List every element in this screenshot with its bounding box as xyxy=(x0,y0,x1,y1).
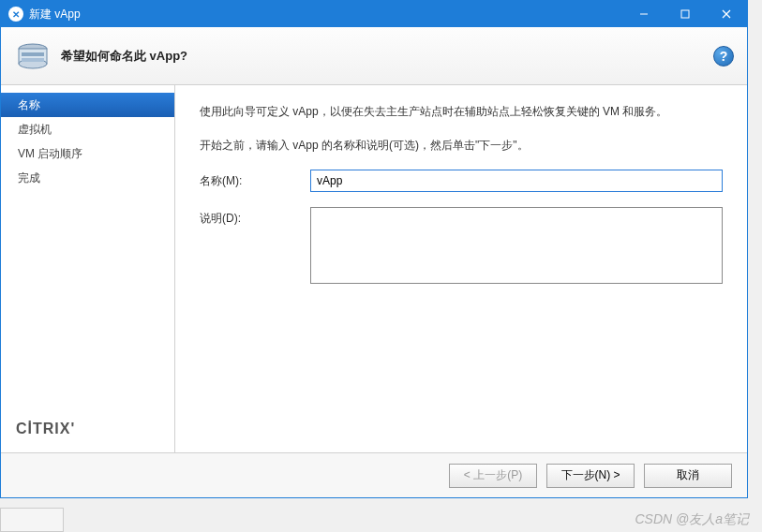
main-panel: 使用此向导可定义 vApp，以便在失去主生产站点时在辅助站点上轻松恢复关键的 V… xyxy=(175,85,747,452)
svg-rect-1 xyxy=(681,10,689,18)
previous-button: < 上一步(P) xyxy=(449,464,537,488)
background-window-fragment xyxy=(0,508,64,532)
description-row: 说明(D): xyxy=(200,207,723,284)
vapp-icon xyxy=(14,39,52,73)
window-title: 新建 vApp xyxy=(29,7,623,22)
watermark: CSDN @友人a笔记 xyxy=(635,511,749,528)
name-input[interactable] xyxy=(310,170,723,192)
citrix-logo: CİTRIX' xyxy=(1,409,174,452)
instruction-text: 开始之前，请输入 vApp 的名称和说明(可选)，然后单击"下一步"。 xyxy=(200,136,723,155)
wizard-window: ✕ 新建 vApp 希望如何命名此 vApp? ? xyxy=(0,0,748,498)
button-bar: < 上一步(P) 下一步(N) > 取消 xyxy=(1,452,747,497)
minimize-button[interactable] xyxy=(623,1,665,27)
next-button[interactable]: 下一步(N) > xyxy=(546,464,635,488)
sidebar-item-name[interactable]: 名称 xyxy=(1,93,174,117)
description-input[interactable] xyxy=(310,207,723,284)
sidebar-item-startup[interactable]: VM 启动顺序 xyxy=(1,141,174,166)
window-controls xyxy=(623,1,747,27)
app-icon: ✕ xyxy=(8,7,23,22)
close-button[interactable] xyxy=(706,1,747,27)
header-panel: 希望如何命名此 vApp? ? xyxy=(1,27,747,85)
svg-rect-8 xyxy=(22,58,44,62)
svg-rect-7 xyxy=(22,52,44,56)
page-title: 希望如何命名此 vApp? xyxy=(61,48,713,65)
name-label: 名称(M): xyxy=(200,170,310,189)
titlebar: ✕ 新建 vApp xyxy=(1,1,747,27)
content-area: 名称 虚拟机 VM 启动顺序 完成 CİTRIX' 使用此向导可定义 vApp，… xyxy=(1,85,747,452)
help-icon[interactable]: ? xyxy=(713,46,734,66)
name-row: 名称(M): xyxy=(200,170,723,192)
sidebar: 名称 虚拟机 VM 启动顺序 完成 CİTRIX' xyxy=(1,85,175,452)
sidebar-item-vm[interactable]: 虚拟机 xyxy=(1,117,174,141)
intro-text: 使用此向导可定义 vApp，以便在失去主生产站点时在辅助站点上轻松恢复关键的 V… xyxy=(200,102,723,121)
description-label: 说明(D): xyxy=(200,207,310,227)
sidebar-item-finish[interactable]: 完成 xyxy=(1,166,174,190)
cancel-button[interactable]: 取消 xyxy=(644,464,732,488)
maximize-button[interactable] xyxy=(665,1,706,27)
